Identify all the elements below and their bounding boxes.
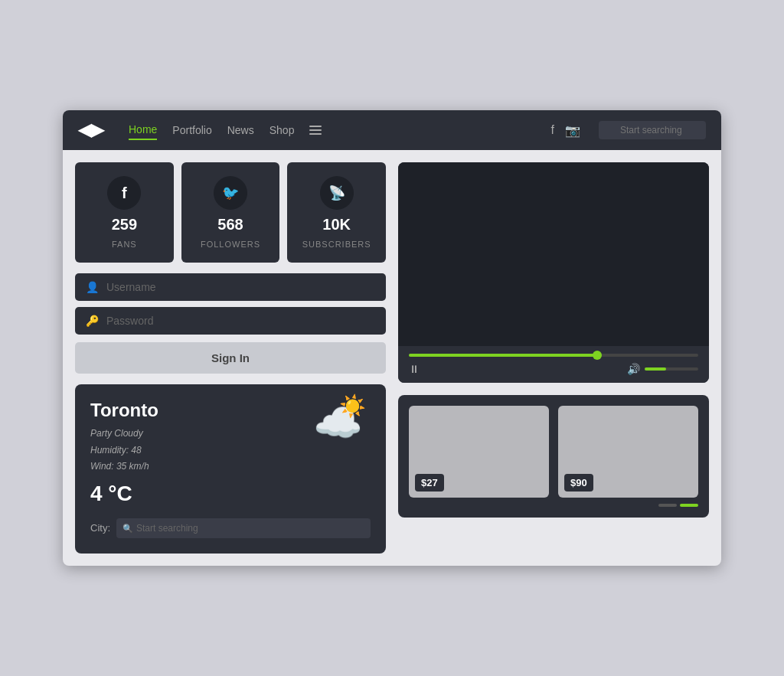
scroll-dot-1	[658, 504, 677, 507]
weather-temperature: 4 °C	[90, 482, 371, 506]
progress-bar[interactable]	[409, 354, 698, 357]
nav-links: Home Portfolio News Shop	[129, 120, 533, 140]
ui-container: ◀▶ Home Portfolio News Shop f 📷 🔍 f	[63, 110, 721, 566]
volume-fill	[645, 367, 666, 371]
facebook-nav-icon[interactable]: f	[551, 123, 554, 137]
weather-city-search-row: City: 🔍	[90, 518, 371, 538]
password-wrapper: 🔑	[75, 307, 386, 335]
hamburger-menu-icon[interactable]	[309, 126, 322, 135]
rss-stat-number: 10K	[322, 216, 351, 233]
weather-search-icon: 🔍	[122, 523, 133, 533]
product-card-1[interactable]: $27	[409, 406, 549, 498]
twitter-stat-number: 568	[217, 216, 243, 233]
scroll-indicator	[409, 504, 698, 507]
facebook-stat-number: 259	[112, 216, 137, 233]
nav-portfolio[interactable]: Portfolio	[172, 121, 211, 139]
nav-search-input[interactable]	[599, 121, 706, 139]
product-price-1: $27	[415, 474, 444, 491]
navbar: ◀▶ Home Portfolio News Shop f 📷 🔍	[63, 110, 721, 150]
progress-fill	[409, 354, 597, 357]
weather-city-label: City:	[90, 522, 110, 534]
instagram-nav-icon[interactable]: 📷	[565, 123, 580, 138]
twitter-stat-icon: 🐦	[214, 176, 247, 210]
nav-home[interactable]: Home	[129, 120, 157, 140]
volume-icon: 🔊	[627, 363, 640, 375]
login-form: 👤 🔑 Sign In	[75, 273, 386, 374]
twitter-stat-label: Followers	[201, 240, 260, 249]
rss-stat-card: 📡 10K Subscribers	[287, 162, 386, 263]
rss-stat-icon: 📡	[320, 176, 354, 210]
nav-news[interactable]: News	[227, 121, 254, 139]
volume-control: 🔊	[627, 363, 698, 375]
nav-search-wrapper: 🔍	[599, 121, 706, 139]
video-player: ⏸ 🔊	[398, 162, 709, 383]
facebook-stat-card: f 259 FANS	[75, 162, 174, 263]
controls-row: ⏸ 🔊	[409, 363, 698, 375]
password-input[interactable]	[106, 315, 375, 327]
weather-icon: ☁️☀️	[313, 400, 363, 446]
right-column: ⏸ 🔊 $27	[398, 162, 709, 554]
weather-search-input[interactable]	[116, 518, 371, 538]
nav-shop[interactable]: Shop	[270, 121, 295, 139]
video-controls: ⏸ 🔊	[398, 346, 709, 383]
volume-bar[interactable]	[645, 367, 698, 371]
rss-stat-label: Subscribers	[302, 240, 371, 249]
pause-button[interactable]: ⏸	[409, 363, 420, 375]
progress-dot	[593, 351, 602, 360]
username-input[interactable]	[106, 281, 375, 293]
key-icon: 🔑	[86, 315, 99, 327]
twitter-stat-card: 🐦 568 Followers	[181, 162, 280, 263]
nav-social-icons: f 📷	[551, 123, 580, 138]
product-price-2: $90	[564, 474, 593, 491]
user-icon: 👤	[86, 281, 99, 293]
sign-in-button[interactable]: Sign In	[75, 342, 386, 374]
nav-logo: ◀▶	[78, 120, 104, 140]
product-grid: $27 $90	[409, 406, 698, 498]
left-column: f 259 FANS 🐦 568 Followers 📡 10K Subscri…	[75, 162, 386, 554]
weather-search-wrapper: 🔍	[116, 518, 371, 538]
facebook-stat-icon: f	[107, 176, 141, 210]
facebook-stat-label: FANS	[112, 240, 137, 249]
product-card-2[interactable]: $90	[558, 406, 698, 498]
scroll-dot-2	[680, 504, 698, 507]
username-wrapper: 👤	[75, 273, 386, 301]
video-screen[interactable]	[398, 162, 709, 346]
weather-widget: Toronto ☁️☀️ Party Cloudy Humidity: 48 W…	[75, 384, 386, 554]
product-grid-widget: $27 $90	[398, 395, 709, 518]
social-stats-row: f 259 FANS 🐦 568 Followers 📡 10K Subscri…	[75, 162, 386, 263]
main-content: f 259 FANS 🐦 568 Followers 📡 10K Subscri…	[63, 150, 721, 566]
